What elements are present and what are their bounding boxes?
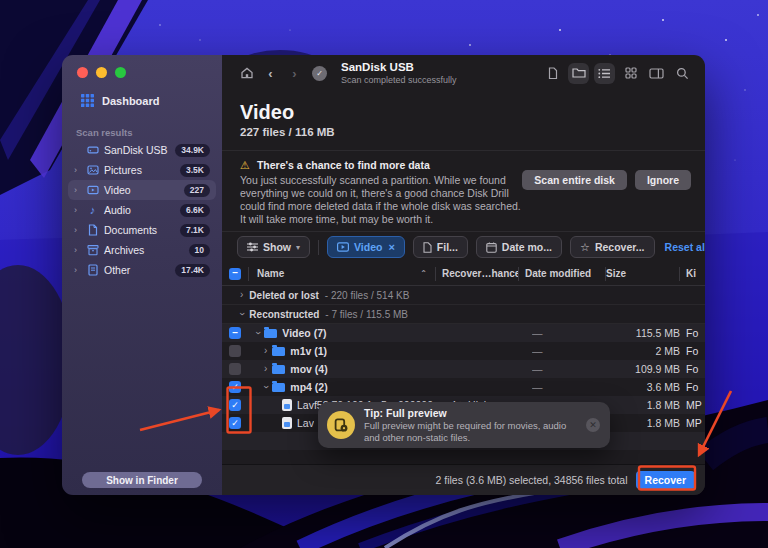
warning-icon: ⚠ (240, 160, 250, 171)
row-checkbox[interactable] (229, 345, 241, 357)
video-icon (337, 242, 349, 252)
sidebar: Dashboard Scan results SanDisk USB 34.9K… (62, 55, 222, 495)
group-row-deleted-or-lost[interactable]: › Deleted or lost - 220 files / 514 KB (222, 286, 705, 305)
remove-filter-icon[interactable]: × (388, 241, 394, 253)
chevron-right-icon[interactable]: › (74, 166, 81, 175)
chevron-right-icon[interactable]: › (74, 226, 81, 235)
scan-status-subtitle: Scan completed successfully (341, 75, 457, 86)
chevron-right-icon[interactable]: › (74, 206, 81, 215)
back-button[interactable]: ‹ (260, 63, 281, 84)
sidebar-item-label: Documents (104, 224, 157, 236)
row-name: m1v (1) (290, 345, 327, 357)
chevron-right-icon[interactable]: › (74, 186, 81, 195)
show-filter-button[interactable]: Show ▾ (237, 236, 310, 258)
column-header-kind[interactable]: Ki (679, 267, 705, 281)
row-checkbox[interactable] (229, 381, 241, 393)
row-kind: Fo (686, 327, 705, 339)
chevron-right-icon[interactable]: › (264, 346, 267, 356)
file-filter-chip[interactable]: Fil... (413, 236, 468, 258)
chevron-right-icon[interactable]: › (74, 266, 81, 275)
row-kind: Fo (686, 363, 705, 375)
group-row-reconstructed[interactable]: › Reconstructed - 7 files / 115.5 MB (222, 305, 705, 324)
notice-actions: Scan entire disk Ignore (522, 159, 691, 231)
row-name: mov (4) (290, 363, 327, 375)
sidebar-item-label: Pictures (104, 164, 142, 176)
filter-bar: Show ▾ Video × Fil... Date mo... (222, 232, 705, 262)
sidebar-item-label: SanDisk USB (104, 144, 168, 156)
count-badge: 7.1K (180, 224, 210, 237)
main-panel: ‹ › ✓ SanDisk USB Scan completed success… (222, 55, 705, 495)
row-date: — (532, 345, 612, 357)
video-filter-chip[interactable]: Video × (327, 236, 405, 258)
sidebar-item-sandisk-usb[interactable]: SanDisk USB 34.9K (68, 140, 216, 160)
count-badge: 34.9K (175, 144, 210, 157)
sidebar-item-label: Other (104, 264, 130, 276)
chevron-right-icon[interactable]: › (74, 246, 81, 255)
recover-button[interactable]: Recover (636, 471, 695, 489)
forward-button[interactable]: › (284, 63, 305, 84)
sidebar-item-audio[interactable]: › ♪ Audio 6.6K (68, 200, 216, 220)
sidebar-item-video[interactable]: › Video 227 (68, 180, 216, 200)
zoom-window-button[interactable] (115, 67, 126, 78)
scan-complete-check-icon: ✓ (312, 66, 327, 81)
page-title: Video (240, 101, 687, 123)
column-header-recovery-chances[interactable]: Recover…hances (435, 267, 518, 281)
table-header: Name ⌃ Recover…hances Date modified Size… (222, 262, 705, 286)
folder-view-icon[interactable] (568, 63, 589, 84)
close-window-button[interactable] (77, 67, 88, 78)
reset-all-filters-button[interactable]: Reset all (665, 241, 705, 253)
sidebar-item-pictures[interactable]: › Pictures 3.5K (68, 160, 216, 180)
recovery-chances-filter-chip[interactable]: ☆ Recover... (570, 236, 655, 258)
file-icon (282, 399, 292, 411)
column-header-date-modified[interactable]: Date modified (518, 267, 605, 281)
count-badge: 227 (184, 184, 210, 197)
page-subtitle: 227 files / 116 MB (240, 126, 687, 138)
main-toolbar: ‹ › ✓ SanDisk USB Scan completed success… (222, 55, 705, 91)
file-icon (423, 242, 432, 253)
column-header-name[interactable]: Name ⌃ (248, 267, 435, 281)
select-all-checkbox[interactable] (229, 268, 241, 280)
chevron-down-icon[interactable]: › (261, 385, 271, 388)
table-row-m1v-folder[interactable]: › m1v (1) — 2 MB Fo (222, 342, 705, 360)
column-header-size[interactable]: Size (605, 267, 679, 281)
chevron-down-icon[interactable]: › (237, 312, 247, 315)
chevron-right-icon[interactable]: › (264, 364, 267, 374)
search-icon[interactable] (672, 63, 693, 84)
table-row-mp4-folder[interactable]: › mp4 (2) — 3.6 MB Fo (222, 378, 705, 396)
sidebar-item-other[interactable]: › Other 17.4K (68, 260, 216, 280)
row-checkbox[interactable] (229, 363, 241, 375)
tooltip-body: Full preview might be required for movie… (364, 420, 577, 443)
row-checkbox[interactable] (229, 399, 241, 411)
status-bar: 2 files (3.6 MB) selected, 34856 files t… (222, 464, 705, 495)
table-row-mov-folder[interactable]: › mov (4) — 109.9 MB Fo (222, 360, 705, 378)
minimize-window-button[interactable] (96, 67, 107, 78)
chevron-right-icon[interactable]: › (240, 290, 243, 300)
date-modified-filter-chip[interactable]: Date mo... (476, 236, 562, 258)
date-filter-label: Date mo... (502, 241, 552, 253)
sidebar-item-dashboard[interactable]: Dashboard (81, 94, 159, 107)
row-checkbox[interactable] (229, 417, 241, 429)
star-icon: ☆ (580, 242, 590, 253)
document-view-icon[interactable] (542, 63, 563, 84)
sidebar-item-archives[interactable]: › Archives 10 (68, 240, 216, 260)
video-filter-label: Video (354, 241, 382, 253)
sidebar-item-label: Video (104, 184, 131, 196)
list-view-icon[interactable] (594, 63, 615, 84)
home-icon[interactable] (236, 63, 257, 84)
row-kind: MP (686, 417, 705, 429)
count-badge: 6.6K (180, 204, 210, 217)
table-row-video-folder[interactable]: › Video (7) — 115.5 MB Fo (222, 324, 705, 342)
chevron-down-icon[interactable]: › (253, 331, 263, 334)
selection-summary: 2 files (3.6 MB) selected, 34856 files t… (436, 474, 628, 486)
row-size: 115.5 MB (612, 327, 686, 339)
show-in-finder-button[interactable]: Show in Finder (82, 472, 202, 488)
grid-view-icon[interactable] (620, 63, 641, 84)
ignore-button[interactable]: Ignore (635, 170, 691, 190)
close-icon[interactable]: ✕ (586, 418, 600, 432)
row-checkbox[interactable] (229, 327, 241, 339)
sidebar-item-documents[interactable]: › Documents 7.1K (68, 220, 216, 240)
scan-entire-disk-button[interactable]: Scan entire disk (522, 170, 627, 190)
row-kind: Fo (686, 381, 705, 393)
row-name: Video (7) (282, 327, 326, 339)
preview-panel-icon[interactable] (646, 63, 667, 84)
